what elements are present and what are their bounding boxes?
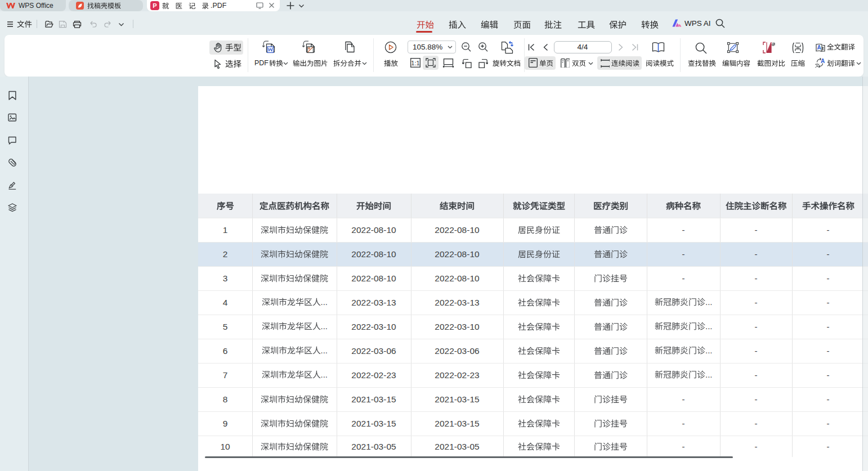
svg-text:A: A bbox=[821, 58, 825, 64]
svg-text:A: A bbox=[817, 44, 821, 51]
svg-text:1:1: 1:1 bbox=[411, 60, 419, 66]
svg-text:P: P bbox=[153, 2, 156, 9]
